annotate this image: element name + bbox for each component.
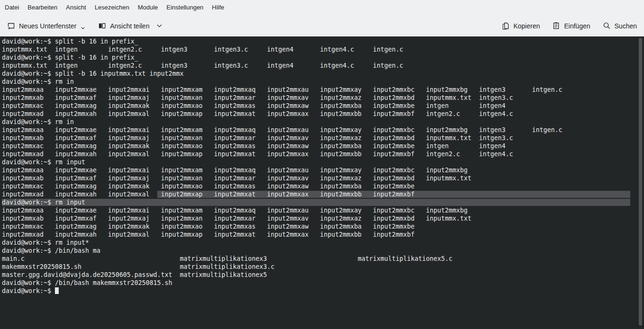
menu-module[interactable]: Module xyxy=(134,0,162,15)
terminal-line: david@work:~$ rm in xyxy=(2,78,644,86)
terminal-line: input2mmxaa input2mmxae input2mmxai inpu… xyxy=(2,86,644,94)
split-view-icon xyxy=(98,22,106,30)
new-tab-icon xyxy=(7,22,15,30)
terminal-output: david@work:~$ split -b 16 in prefix_inpu… xyxy=(2,37,644,295)
terminal-line: input2mmxad input2mmxah input2mmxal inpu… xyxy=(2,231,644,239)
konsole-window: Datei Bearbeiten Ansicht Lesezeichen Mod… xyxy=(0,0,644,329)
split-view-button[interactable]: Ansicht teilen xyxy=(98,22,161,30)
chevron-down-icon xyxy=(81,27,85,29)
terminal-line: input2mmxab input2mmxaf input2mmxaj inpu… xyxy=(2,94,644,102)
paste-button[interactable]: Einfügen xyxy=(552,22,590,30)
paste-icon xyxy=(552,22,560,30)
terminal-line: inputmmx.txt intgen intgen2.c intgen3 in… xyxy=(2,62,644,70)
terminal-line: input2mmxad input2mmxah input2mmxal inpu… xyxy=(2,190,644,198)
terminal-line: input2mmxab input2mmxaf input2mmxaj inpu… xyxy=(2,134,644,142)
terminal-line: main.c matrixmultiplikationex3 matrixmul… xyxy=(2,255,644,263)
search-button[interactable]: Suchen xyxy=(603,22,637,30)
chevron-down-icon xyxy=(157,24,162,27)
terminal-line: david@work:~$ rm input xyxy=(2,198,644,206)
terminal-line: input2mmxaa input2mmxae input2mmxai inpu… xyxy=(2,206,644,214)
menu-bar: Datei Bearbeiten Ansicht Lesezeichen Mod… xyxy=(0,0,644,15)
menu-lesezeichen[interactable]: Lesezeichen xyxy=(90,0,134,15)
split-view-label: Ansicht teilen xyxy=(110,22,149,30)
selection-highlight: input2mmxap input2mmxat input2mmxax inpu… xyxy=(157,191,631,198)
terminal-line: input2mmxab input2mmxaf input2mmxaj inpu… xyxy=(2,214,644,222)
terminal-line: input2mmxac input2mmxag input2mmxak inpu… xyxy=(2,182,644,190)
menu-bearbeiten[interactable]: Bearbeiten xyxy=(23,0,62,15)
terminal-line: david@work:~$ split -b 16 in prefix_ xyxy=(2,37,644,45)
copy-button[interactable]: Kopieren xyxy=(501,22,540,30)
search-label: Suchen xyxy=(615,22,637,30)
terminal-line: input2mmxac input2mmxag input2mmxak inpu… xyxy=(2,222,644,231)
copy-icon xyxy=(501,22,510,30)
menu-ansicht[interactable]: Ansicht xyxy=(62,0,90,15)
terminal-line: david@work:~$ xyxy=(2,287,644,295)
selection-highlight: david@work:~$ rm input xyxy=(2,199,630,206)
toolbar: Neues Unterfenster Ansicht teilen xyxy=(0,15,644,36)
terminal-line: input2mmxac input2mmxag input2mmxak inpu… xyxy=(2,102,644,110)
menu-datei[interactable]: Datei xyxy=(0,0,23,15)
terminal-line: david@work:~$ /bin/bash ma xyxy=(2,247,644,255)
terminal-line: master.gpg.david@dvajda.de20250605.passw… xyxy=(2,271,644,279)
terminal[interactable]: david@work:~$ split -b 16 in prefix_inpu… xyxy=(0,36,644,329)
terminal-line: david@work:~$ split -b 16 inputmmx.txt i… xyxy=(2,70,644,78)
terminal-line: david@work:~$ rm input xyxy=(2,158,644,166)
terminal-line: input2mmxac input2mmxag input2mmxak inpu… xyxy=(2,142,644,150)
menu-hilfe[interactable]: Hilfe xyxy=(208,0,229,15)
paste-label: Einfügen xyxy=(564,22,590,30)
new-tab-label: Neues Unterfenster xyxy=(19,22,76,30)
terminal-line: input2mmxad input2mmxah input2mmxal inpu… xyxy=(2,150,644,158)
terminal-line: david@work:~$ split -b 16 in prefix_ xyxy=(2,53,644,62)
terminal-line: inputmmx.txt intgen intgen2.c intgen3 in… xyxy=(2,45,644,53)
scrollbar[interactable] xyxy=(637,36,644,329)
new-tab-button[interactable]: Neues Unterfenster xyxy=(7,22,85,30)
terminal-line: david@work:~$ /bin/bash makemmxstr202508… xyxy=(2,279,644,287)
copy-label: Kopieren xyxy=(513,22,540,30)
terminal-line: input2mmxab input2mmxaf input2mmxaj inpu… xyxy=(2,174,644,182)
terminal-line: input2mmxaa input2mmxae input2mmxai inpu… xyxy=(2,126,644,134)
terminal-cursor xyxy=(55,287,59,294)
search-icon xyxy=(603,22,611,30)
terminal-line: input2mmxaa input2mmxae input2mmxai inpu… xyxy=(2,166,644,174)
terminal-line: makemmxstr20250815.sh matrixmultiplikati… xyxy=(2,263,644,271)
terminal-line: david@work:~$ rm input* xyxy=(2,239,644,247)
terminal-line: david@work:~$ rm in xyxy=(2,118,644,126)
scrollbar-thumb[interactable] xyxy=(639,38,642,326)
menu-einstellungen[interactable]: Einstellungen xyxy=(162,0,208,15)
terminal-line: input2mmxad input2mmxah input2mmxal inpu… xyxy=(2,110,644,118)
